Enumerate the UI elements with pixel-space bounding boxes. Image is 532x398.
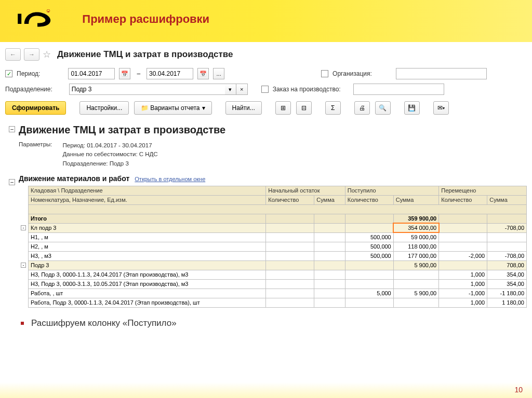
- cell-value: [266, 242, 314, 251]
- cell-value: [266, 260, 314, 270]
- cell-value: [266, 223, 314, 232]
- col-start: Начальный остаток: [266, 186, 345, 195]
- filter-row-2: Подразделение: ▾ × Заказ на производство…: [5, 81, 527, 97]
- cell-value: 500,000: [345, 232, 393, 242]
- col-qty: Количество: [345, 195, 393, 204]
- preview-button[interactable]: 🔍: [375, 101, 391, 115]
- table-row[interactable]: Н1, , м500,00059 000,00: [19, 232, 527, 242]
- org-checkbox[interactable]: [321, 70, 328, 77]
- col-sum: Сумма: [314, 195, 345, 204]
- favorite-star-icon[interactable]: ☆: [43, 49, 51, 60]
- cell-value: [314, 298, 345, 307]
- toolbar: Сформировать Настройки... 📁Варианты отче…: [5, 97, 527, 119]
- cell-value: [345, 260, 393, 270]
- row-toggle[interactable]: -: [21, 225, 26, 230]
- table-row[interactable]: -Кл подр 3354 000,00-708,00: [19, 223, 527, 232]
- report-variants-button[interactable]: 📁Варианты отчета ▾: [134, 101, 211, 115]
- dept-dropdown-button[interactable]: ▾: [225, 84, 236, 95]
- cell-value: [393, 279, 438, 289]
- cell-name: Н3, , м3: [29, 251, 266, 260]
- row-toggle[interactable]: -: [21, 263, 26, 268]
- cell-value: 354,00: [487, 279, 527, 289]
- cell-value: [266, 214, 314, 223]
- cell-value: 5,000: [345, 289, 393, 298]
- data-table: Кладовая \ Подразделение Начальный остат…: [19, 186, 527, 308]
- report-params: Параметры: Период: 01.04.2017 - 30.04.20…: [19, 141, 527, 168]
- cell-value: 5 900,00: [393, 289, 438, 298]
- cell-name: Работа, Подр 3, 0000-1.1.3, 24.04.2017 (…: [29, 298, 266, 307]
- footer-note: Расшифруем колонку «Поступило»: [21, 318, 532, 328]
- dept-input[interactable]: [69, 84, 225, 95]
- date-from-picker[interactable]: 📅: [119, 68, 130, 79]
- cell-value: [345, 298, 393, 307]
- col-sum: Сумма: [487, 195, 527, 204]
- date-to-input[interactable]: [147, 68, 193, 79]
- date-to-picker[interactable]: 📅: [197, 68, 209, 79]
- cell-value: [345, 223, 393, 232]
- folder-icon: 📁: [141, 104, 148, 112]
- col-sum: Сумма: [393, 195, 438, 204]
- generate-button[interactable]: Сформировать: [5, 101, 66, 115]
- svg-point-0: [48, 11, 49, 12]
- params-label: Параметры:: [19, 141, 52, 168]
- cell-value: [266, 289, 314, 298]
- cell-name: Итого: [29, 214, 266, 223]
- param-line: Период: 01.04.2017 - 30.04.2017: [63, 141, 158, 150]
- table-row[interactable]: Работа, Подр 3, 0000-1.1.3, 24.04.2017 (…: [19, 298, 527, 307]
- table-row[interactable]: Н2, , м500,000118 000,00: [19, 242, 527, 251]
- org-input[interactable]: [396, 68, 487, 79]
- collapse-tree-button[interactable]: ⊟: [296, 101, 312, 115]
- dept-select[interactable]: ▾ ×: [69, 84, 248, 95]
- slide-title: Пример расшифровки: [82, 12, 209, 26]
- settings-button[interactable]: Настройки...: [79, 101, 129, 115]
- cell-value: [487, 242, 527, 251]
- dept-clear-button[interactable]: ×: [236, 84, 248, 95]
- page-title: Движение ТМЦ и затрат в производстве: [57, 49, 233, 60]
- cell-name: Кл подр 3: [29, 223, 266, 232]
- table-row[interactable]: Итого359 900,00: [19, 214, 527, 223]
- email-button[interactable]: ✉▾: [433, 101, 449, 115]
- cell-value: [266, 298, 314, 307]
- cell-value: [487, 214, 527, 223]
- cell-value: 1,000: [439, 298, 487, 307]
- table-row[interactable]: Н3, , м3500,000177 000,00-2,000-708,00: [19, 251, 527, 260]
- tree-collapse-top[interactable]: –: [9, 126, 15, 132]
- cell-value: [345, 270, 393, 279]
- date-from-input[interactable]: [68, 68, 115, 79]
- table-row[interactable]: Н3, Подр 3, 0000-3.1.3, 10.05.2017 (Этап…: [19, 279, 527, 289]
- tree-gutter: – –: [5, 124, 19, 308]
- cell-value: [439, 214, 487, 223]
- cell-name: Н1, , м: [29, 232, 266, 242]
- cell-value: -708,00: [487, 251, 527, 260]
- cell-value: 354,00: [487, 270, 527, 279]
- expand-tree-button[interactable]: ⊞: [275, 101, 291, 115]
- print-button[interactable]: 🖨: [354, 101, 370, 115]
- sum-button[interactable]: Σ: [325, 101, 341, 115]
- back-button[interactable]: ←: [5, 48, 21, 61]
- filter-row-1: Период: 📅 – 📅 ... Организация:: [5, 66, 527, 81]
- app-window: ← → ☆ Движение ТМЦ и затрат в производст…: [0, 42, 532, 308]
- table-row[interactable]: Работа, , шт5,0005 900,00-1,000-1 180,00: [19, 289, 527, 298]
- tree-collapse-section[interactable]: –: [9, 179, 15, 185]
- order-checkbox[interactable]: [261, 86, 269, 93]
- cell-value: 5 900,00: [393, 260, 438, 270]
- footer-decoration: [0, 382, 532, 398]
- cell-value: 1,000: [439, 279, 487, 289]
- period-more-button[interactable]: ...: [213, 68, 224, 79]
- period-checkbox[interactable]: [5, 70, 12, 77]
- table-row[interactable]: Н3, Подр 3, 0000-1.1.3, 24.04.2017 (Этап…: [19, 270, 527, 279]
- open-window-link[interactable]: Открыть в отдельном окне: [135, 176, 205, 182]
- cell-value: [393, 298, 438, 307]
- cell-value: 359 900,00: [393, 214, 438, 223]
- cell-value: 59 000,00: [393, 232, 438, 242]
- forward-button[interactable]: →: [24, 48, 39, 61]
- cell-value: [314, 270, 345, 279]
- order-input[interactable]: [353, 84, 444, 95]
- cell-value: 500,000: [345, 242, 393, 251]
- cell-value: [266, 232, 314, 242]
- cell-value: [439, 223, 487, 232]
- save-button[interactable]: 💾: [404, 101, 420, 115]
- find-button[interactable]: Найти...: [225, 101, 262, 115]
- org-label: Организация:: [332, 70, 372, 77]
- table-row[interactable]: -Подр 35 900,00708,00: [19, 260, 527, 270]
